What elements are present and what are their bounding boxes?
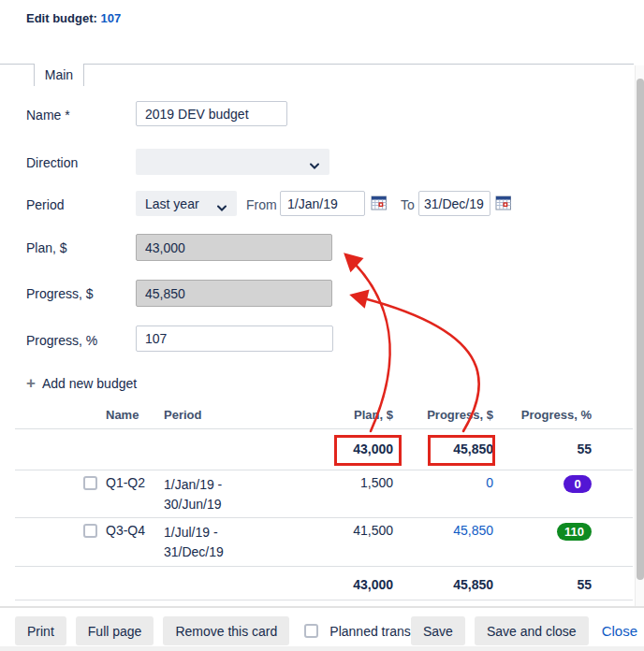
add-new-budget-link[interactable]: + Add new budget: [26, 376, 137, 391]
row-checkbox[interactable]: [83, 524, 97, 538]
name-label: Name *: [26, 108, 70, 123]
row-period: 1/Jul/19 - 31/Dec/19: [164, 523, 262, 562]
row-checkbox[interactable]: [83, 476, 97, 490]
row-plan: 1,500: [262, 475, 393, 514]
progress-badge: 0: [564, 475, 592, 493]
progress-amount-input: [136, 280, 332, 307]
planned-transactions-checkbox[interactable]: [304, 624, 318, 638]
plan-label: Plan, $: [26, 240, 67, 255]
save-button[interactable]: Save: [411, 616, 465, 645]
progress-percent-input[interactable]: [136, 326, 333, 352]
row-plan: 41,500: [262, 523, 393, 562]
edit-budget-dialog: Edit budget: 107 Main Name * Direction P…: [0, 0, 644, 651]
print-button[interactable]: Print: [15, 616, 66, 645]
to-label: To: [401, 197, 415, 212]
save-and-close-button[interactable]: Save and close: [475, 616, 589, 645]
totals-bottom-plan: 43,000: [262, 577, 393, 592]
col-header-plan: Plan, $: [262, 408, 393, 422]
direction-label: Direction: [26, 155, 78, 170]
tab-main-label: Main: [45, 67, 73, 82]
vertical-scrollbar[interactable]: [635, 65, 644, 606]
tab-main[interactable]: Main: [34, 64, 84, 86]
scrollbar-thumb[interactable]: [637, 79, 644, 580]
plus-icon: +: [26, 377, 36, 390]
close-link[interactable]: Close: [598, 623, 641, 639]
totals-top-percent: 55: [493, 441, 592, 456]
progress-amount-label: Progress, $: [26, 286, 94, 301]
tab-bar: [0, 64, 634, 65]
table-header-row: Name Period Plan, $ Progress, $ Progress…: [15, 408, 592, 422]
budget-id-link[interactable]: 107: [100, 11, 121, 25]
totals-bottom-percent: 55: [493, 577, 592, 592]
footer-bar: Print Full page Remove this card Planned…: [0, 606, 644, 651]
col-header-percent: Progress, %: [493, 408, 592, 422]
remove-card-button[interactable]: Remove this card: [163, 616, 289, 645]
name-input[interactable]: [136, 101, 287, 126]
full-page-button[interactable]: Full page: [76, 616, 154, 645]
period-from-input[interactable]: [280, 191, 365, 216]
row-progress-link[interactable]: 45,850: [453, 523, 493, 538]
chevron-down-icon: [216, 200, 227, 215]
direction-select[interactable]: [136, 149, 329, 175]
period-preset-value: Last year: [145, 196, 199, 211]
col-header-period: Period: [164, 408, 262, 422]
table-totals-bottom-row: 43,000 45,850 55: [15, 577, 592, 592]
period-preset-select[interactable]: Last year: [136, 191, 237, 216]
plan-input: [136, 234, 332, 261]
annotation-box-plan: [334, 435, 402, 466]
chevron-down-icon: [309, 158, 320, 173]
calendar-icon[interactable]: [495, 195, 512, 211]
table-row: Q3-Q4 1/Jul/19 - 31/Dec/19 41,500 45,850…: [15, 523, 592, 562]
row-name: Q3-Q4: [106, 523, 164, 562]
row-name: Q1-Q2: [106, 475, 164, 514]
row-period: 1/Jan/19 - 30/Jun/19: [164, 475, 262, 514]
page-title-text: Edit budget:: [26, 11, 97, 25]
col-header-name: Name: [106, 408, 164, 422]
period-to-input[interactable]: [418, 191, 490, 216]
from-label: From: [246, 197, 277, 212]
table-totals-top-row: 43,000 45,850 55: [15, 441, 592, 456]
col-header-progress: Progress, $: [393, 408, 493, 422]
progress-percent-label: Progress, %: [26, 333, 97, 348]
table-row: Q1-Q2 1/Jan/19 - 30/Jun/19 1,500 0 0: [15, 475, 592, 514]
row-progress-link[interactable]: 0: [486, 475, 493, 490]
annotation-box-progress: [428, 435, 495, 466]
add-new-budget-label: Add new budget: [42, 376, 137, 391]
page-title: Edit budget: 107: [26, 11, 121, 25]
horizontal-scrollbar-track[interactable]: [0, 646, 644, 651]
calendar-icon[interactable]: [371, 195, 388, 211]
period-label: Period: [26, 197, 64, 212]
progress-badge: 110: [557, 523, 592, 541]
totals-bottom-progress: 45,850: [393, 577, 493, 592]
